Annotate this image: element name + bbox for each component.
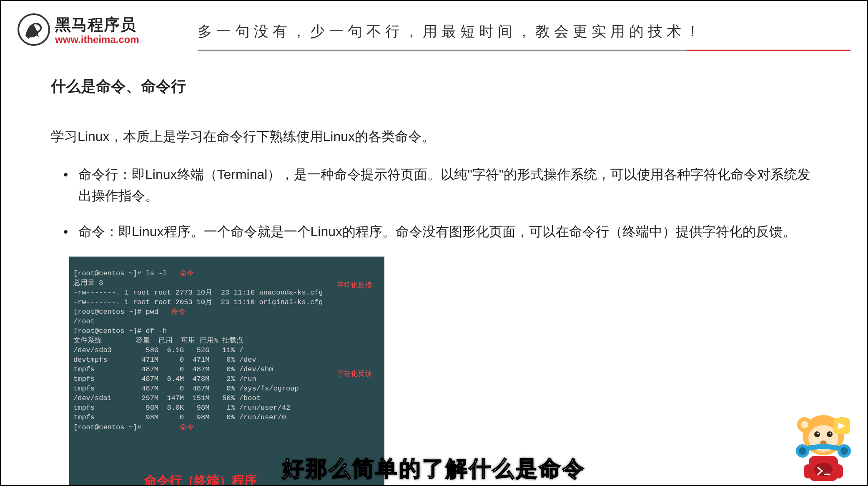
svg-point-14 [840,447,848,455]
svg-point-3 [827,431,833,437]
slogan-wrap: 多一句没有，少一句不行，用最短时间，教会更实用的技术！ [139,13,850,51]
terminal-line: [root@centos ~]# pwd [73,308,158,316]
intro-text: 学习Linux，本质上是学习在命令行下熟练使用Linux的各类命令。 [51,126,817,147]
content: 什么是命令、命令行 学习Linux，本质上是学习在命令行下熟练使用Linux的各… [1,51,867,486]
logo-block: 黑马程序员 www.itheima.com [18,13,139,46]
bullet-item: 命令行：即Linux终端（Terminal），是一种命令提示符页面。以纯"字符"… [63,164,817,206]
logo-title: 黑马程序员 [55,14,139,35]
annotation-cmd: 命令 [180,269,194,277]
terminal-line: 总用量 8 [73,279,103,287]
terminal-line: [root@centos ~]# [73,423,141,431]
bullet-list: 命令行：即Linux终端（Terminal），是一种命令提示符页面。以纯"字符"… [51,164,817,242]
svg-point-2 [814,431,820,437]
terminal-line: -rw-------. 1 root root 2053 10月 23 11:1… [73,298,323,306]
terminal-line: 文件系统 容量 已用 可用 已用% 挂载点 [73,337,243,345]
svg-rect-18 [835,464,843,478]
svg-point-5 [830,433,831,434]
slogan-text: 多一句没有，少一句不行，用最短时间，教会更实用的技术！ [198,22,850,47]
terminal-line: tmpfs 98M 0 98M 0% /run/user/0 [73,413,286,421]
terminal-line: tmpfs 487M 0 487M 0% /dev/shm [73,365,273,373]
svg-rect-17 [804,464,812,478]
svg-point-13 [799,447,806,455]
terminal-screenshot: [root@centos ~]# ls -l 命令 总用量 8 -rw-----… [69,257,384,486]
logo-icon [18,13,50,46]
terminal-line: /dev/sda1 297M 147M 151M 50% /boot [73,394,261,402]
terminal-line: /dev/sda3 58G 6.1G 52G 11% / [73,346,243,354]
terminal-line: /root [73,317,95,325]
terminal-line: tmpfs 487M 8.4M 478M 2% /run [73,375,256,383]
terminal-line: tmpfs 98M 8.0K 98M 1% /run/user/42 [73,404,290,412]
terminal-line: [root@centos ~]# df -h [73,327,167,335]
logo-text: 黑马程序员 www.itheima.com [55,14,139,45]
annotation-feedback: 字符化反馈 [336,281,372,290]
svg-point-9 [801,421,808,428]
annotation-cmd: 命令 [180,423,194,431]
mascot-icon [788,402,859,485]
terminal-line: [root@centos ~]# ls -l [73,269,167,277]
terminal-line: devtmpfs 471M 0 471M 0% /dev [73,356,256,364]
annotation-cmd: 命令 [171,307,186,315]
terminal-line: -rw-------. 1 root root 2773 10月 23 11:1… [73,289,323,297]
svg-point-4 [817,433,819,434]
terminal-line: tmpfs 487M 0 487M 0% /sys/fs/cgroup [73,385,299,393]
section-title: 什么是命令、命令行 [51,76,817,97]
bullet-item: 命令：即Linux程序。一个命令就是一个Linux的程序。命令没有图形化页面，可… [63,221,817,242]
logo-url: www.itheima.com [55,34,139,45]
annotation-feedback: 字符化反馈 [336,369,372,379]
slogan-underline [198,50,850,51]
annotation-terminal-label: 命令行（终端）程序 [144,472,257,486]
video-subtitle: 好那么简单的了解什么是命令 [282,454,586,483]
header: 黑马程序员 www.itheima.com 多一句没有，少一句不行，用最短时间，… [1,1,867,51]
